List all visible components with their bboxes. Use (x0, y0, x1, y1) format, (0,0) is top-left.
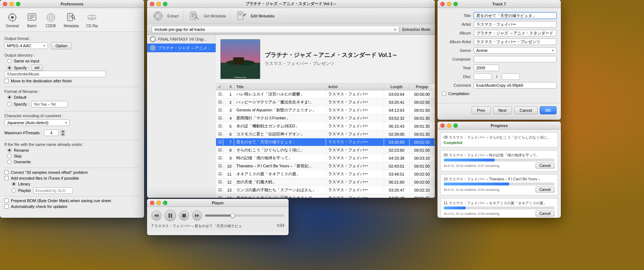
title-field[interactable] (474, 12, 557, 19)
same-as-input-radio[interactable]: Same as input (7, 59, 140, 63)
track-maximize-button[interactable] (453, 2, 458, 6)
compilation-checkbox[interactable] (442, 91, 446, 96)
toolbar-cdrip[interactable]: CD Rip (83, 10, 101, 29)
table-row[interactable]: ☑ 10 Thanatos – If I Can't Be Yours –「新世… (216, 162, 435, 170)
rename-radio[interactable]: Rename (7, 148, 140, 152)
comment-field[interactable] (474, 82, 557, 89)
year-field[interactable] (474, 65, 499, 71)
main-close-button[interactable] (150, 2, 154, 6)
pregap-cell: 00:00:00 (409, 91, 435, 98)
player-progress-bar[interactable] (205, 214, 284, 217)
check-cell: ☑ (216, 131, 223, 138)
ok-button[interactable]: OK (540, 106, 557, 114)
table-row[interactable]: ☑ 9 時の記憶「僕の地球を守って」 ラスマス・フェイバー 04:33:38 0… (216, 154, 435, 162)
sidebar: FINAL FANTASY VII Origi... プラチナ・ジャズ ～アニメ… (147, 35, 216, 52)
pregap-cell: 00:01:35 (409, 115, 435, 122)
track-close-button[interactable] (440, 2, 445, 6)
pregap-cell: 00:01:35 (409, 131, 435, 138)
sidebar-item-platinum[interactable]: プラチナ・ジャズ ～アニメ... (147, 44, 216, 52)
stop-button[interactable] (179, 210, 189, 221)
table-row[interactable]: ☑ 13 リンゴの森の子猫たち「スプーンおばさん」 ラスマス・フェイバー 03:… (216, 186, 435, 194)
rewind-button[interactable] (151, 210, 162, 221)
player-close-button[interactable] (150, 201, 154, 205)
specify-filename-label: Specify : (14, 102, 29, 106)
minimize-button[interactable] (9, 2, 14, 6)
progress-cancel-button[interactable]: Cancel (535, 187, 555, 193)
toolbar-general[interactable]: General (3, 10, 22, 29)
progress-minimize-button[interactable] (447, 123, 451, 128)
table-row[interactable]: ☑ 11 オネアミスの翼「オネアミスの翼」 ラスマス・フェイバー 03:48:5… (216, 170, 435, 178)
path-field[interactable] (4, 71, 106, 77)
sidebar-item-ff7[interactable]: FINAL FANTASY VII Origi... (147, 35, 216, 44)
library-radio[interactable]: Library (12, 182, 140, 186)
table-row[interactable]: ☑ 5 水の証「機動戦士ガンダムSEED」 ラスマス・フェイバー 06:15:4… (216, 122, 435, 130)
overwrite-radio[interactable]: Overwrite (7, 160, 140, 164)
player-progress-knob[interactable] (231, 213, 235, 218)
table-row[interactable]: ☑ 2 ハッピー☆マテリアル「魔法先生ネギま!」 ラスマス・フェイバー 03:2… (216, 98, 435, 106)
maximize-button[interactable] (16, 2, 20, 6)
add-itunes-checkbox[interactable] (4, 176, 9, 180)
artist-cell: ラスマス・フェイバー (326, 90, 384, 98)
genre-select[interactable]: Anime (474, 47, 557, 54)
sidebar-ff7-label: FINAL FANTASY VII Origi... (158, 37, 207, 41)
main-maximize-button[interactable] (163, 2, 167, 6)
auto-update-checkbox[interactable] (4, 204, 9, 209)
output-dir-label: Output directory : (4, 53, 140, 57)
track-minimize-button[interactable] (447, 2, 451, 6)
output-format-select[interactable]: MPEG-4 AAC (4, 42, 48, 49)
toolbar-metadata[interactable]: Metadata (61, 10, 82, 29)
cancel-button[interactable]: Cancel (514, 106, 537, 114)
move-to-dest-checkbox[interactable] (4, 79, 9, 83)
progress-item-title: 09 ラスマス・フェイバー – 時の記憶「僕の地球を守って」 (444, 153, 555, 158)
player-minimize-button[interactable] (156, 201, 161, 205)
album-artist-field[interactable] (474, 38, 557, 45)
player-window: Player 7 ラスマス・フェイバー – 君をのせて「天空の城ラピュ 0:54 (147, 199, 289, 235)
composer-field[interactable] (474, 56, 557, 62)
playlist-input[interactable] (33, 187, 73, 194)
pause-button[interactable] (164, 210, 176, 221)
progress-cancel-button[interactable]: Cancel (535, 210, 555, 217)
album-field[interactable] (474, 30, 557, 36)
forward-button[interactable] (192, 210, 202, 221)
progress-cancel-button[interactable]: Cancel (535, 163, 555, 169)
table-row[interactable]: ☑ 3 Genesis of Aquarion「創聖のアクエリオン」 ラスマス・… (216, 106, 435, 114)
max-threads-value[interactable]: 4 (44, 130, 58, 136)
playlist-radio[interactable]: Playlist (12, 187, 140, 194)
filename-format-input[interactable] (31, 101, 68, 107)
table-row[interactable]: ☑ 4 星間飛行「マクロスFrontier」 ラスマス・フェイバー 03:52:… (216, 114, 435, 122)
rename-label: Rename (14, 148, 29, 152)
disc-field[interactable] (474, 73, 492, 80)
progress-close-button[interactable] (440, 123, 445, 128)
genre-field-label: Genre (442, 48, 471, 53)
table-row[interactable]: ☑ 7 君をのせて「天空の城ラピュタ」 ラスマス・フェイバー 03:30:69 … (216, 138, 435, 146)
num-cell: 9 (223, 155, 234, 161)
progress-maximize-button[interactable] (453, 123, 458, 128)
pregap-cell: 00:02:50 (409, 171, 435, 177)
table-row[interactable]: ☑ 14 炎のたからもの「ルパン三世カリオストロ… ラスマス・フェイバー 04:… (216, 194, 435, 198)
table-row[interactable]: ☑ 6 コスモスに君と「伝説巨神イデオン」 ラスマス・フェイバー 02:39:0… (216, 130, 435, 138)
track-content: Title Artist Album Album Artist Genre An… (437, 8, 561, 103)
table-row[interactable]: ☑ 12 光の天使「幻魔大戦」 ラスマス・フェイバー 06:21:60 00:0… (216, 178, 435, 186)
toolbar-cddb[interactable]: CDDB (42, 10, 60, 29)
default-radio[interactable]: Default (7, 95, 140, 99)
char-encoding-select[interactable]: Japanese (Auto-detect) (4, 119, 70, 126)
prev-button[interactable]: Prev (472, 106, 491, 114)
toolbar-batch[interactable]: Batch (23, 10, 41, 29)
set-button[interactable]: set (31, 65, 42, 71)
artist-field[interactable] (474, 21, 557, 28)
prepend-bom-checkbox[interactable] (4, 199, 9, 203)
table-row[interactable]: ☑ 8 そらのむこう「ひぐらしのなく頃に」 ラスマス・フェイバー 02:23:6… (216, 146, 435, 154)
option-button[interactable]: Option (51, 42, 72, 49)
skip-radio[interactable]: Skip (7, 154, 140, 158)
main-minimize-button[interactable] (156, 2, 161, 6)
mode-select[interactable]: Include pre-gap for all tracks (151, 26, 399, 33)
spinner-arrows[interactable]: ▲ ▼ (61, 130, 65, 136)
close-button[interactable] (3, 2, 7, 6)
specify-filename-radio[interactable]: Specify : (7, 101, 140, 107)
specify-radio[interactable]: Specify : set (7, 65, 140, 71)
player-maximize-button[interactable] (163, 201, 167, 205)
next-button[interactable]: Next (493, 106, 512, 114)
table-row[interactable]: ☑ 1 ハレ晴レユカイ「涼宮ハルヒの憂鬱」 ラスマス・フェイバー 03:03:6… (216, 90, 435, 98)
disc-of-field[interactable] (502, 73, 520, 80)
correct-30-checkbox[interactable] (4, 170, 9, 175)
